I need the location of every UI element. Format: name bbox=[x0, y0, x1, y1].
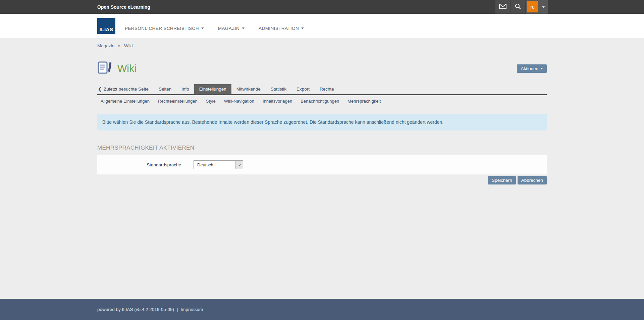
caret-down-icon bbox=[301, 28, 304, 29]
caret-down-icon bbox=[201, 28, 204, 29]
caret-down-icon bbox=[242, 28, 245, 29]
multilingualism-form: Standardsprache Deutsch bbox=[97, 155, 547, 174]
ilias-logo[interactable]: ILIAS bbox=[97, 18, 115, 34]
standard-language-select[interactable]: Deutsch bbox=[194, 160, 243, 169]
tab-rechte[interactable]: Rechte bbox=[315, 84, 339, 94]
subtab-benachrichtigungen[interactable]: Benachrichtigungen bbox=[301, 99, 339, 104]
actions-button-label: Aktionen bbox=[521, 66, 538, 71]
form-actions: Speichern Abbrechen bbox=[97, 176, 547, 184]
breadcrumb-wiki[interactable]: Wiki bbox=[124, 43, 133, 48]
caret-down-icon bbox=[540, 68, 543, 69]
nav-item-label: ADMINISTRATION bbox=[259, 26, 299, 31]
tab-last-visited-page[interactable]: ❮Zuletzt besuchte Seite bbox=[97, 84, 154, 94]
info-message: Bitte wählen Sie die Standardsprache aus… bbox=[97, 114, 547, 130]
topbar-actions: ru bbox=[495, 0, 548, 14]
section-heading: MEHRSPRACHIGKEIT AKTIVIEREN bbox=[97, 145, 547, 151]
footer-impressum-link[interactable]: Impressum bbox=[180, 307, 203, 312]
mail-icon bbox=[499, 4, 506, 10]
avatar: ru bbox=[527, 1, 538, 12]
title-row: Wiki Aktionen bbox=[97, 60, 547, 76]
tab-mitwirkende[interactable]: Mitwirkende bbox=[231, 84, 266, 94]
user-menu-button[interactable]: ru bbox=[526, 0, 548, 14]
cancel-button[interactable]: Abbrechen bbox=[518, 176, 547, 184]
subtab-allgemeine-einstellungen[interactable]: Allgemeine Einstellungen bbox=[101, 99, 150, 104]
subtab-bar: Allgemeine Einstellungen Rechteeinstellu… bbox=[97, 95, 547, 107]
standard-language-label: Standardsprache bbox=[97, 162, 181, 167]
breadcrumb: Magazin » Wiki bbox=[97, 38, 547, 48]
subtab-inhaltsvorlagen[interactable]: Inhaltsvorlagen bbox=[263, 99, 292, 104]
nav-item-label: PERSÖNLICHER SCHREIBTISCH bbox=[125, 26, 199, 31]
subtab-rechteeinstellungen[interactable]: Rechteeinstellungen bbox=[158, 99, 198, 104]
footer: powered by ILIAS (v5.4.2 2019-05-09) | I… bbox=[0, 299, 644, 320]
select-arrow-button[interactable] bbox=[235, 161, 243, 169]
app-title: Open Source eLearning bbox=[97, 4, 150, 10]
mail-button[interactable] bbox=[495, 0, 510, 14]
nav-item-administration[interactable]: ADMINISTRATION bbox=[259, 26, 304, 31]
subtab-mehrsprachigkeit[interactable]: Mehrsprachigkeit bbox=[347, 99, 381, 104]
tab-label: Zuletzt besuchte Seite bbox=[104, 87, 149, 92]
caret-down-icon bbox=[542, 4, 545, 10]
chevron-down-icon bbox=[237, 163, 241, 166]
tab-einstellungen[interactable]: Einstellungen bbox=[194, 84, 231, 94]
nav-item-personal-desktop[interactable]: PERSÖNLICHER SCHREIBTISCH bbox=[125, 26, 204, 31]
tab-export[interactable]: Export bbox=[291, 84, 315, 94]
page-title: Wiki bbox=[117, 63, 137, 74]
main-nav: PERSÖNLICHER SCHREIBTISCH MAGAZIN ADMINI… bbox=[125, 26, 318, 31]
footer-separator: | bbox=[177, 307, 178, 312]
breadcrumb-separator: » bbox=[118, 43, 121, 48]
tab-seiten[interactable]: Seiten bbox=[154, 84, 176, 94]
actions-button[interactable]: Aktionen bbox=[517, 64, 547, 73]
tab-info[interactable]: Info bbox=[176, 84, 194, 94]
nav-item-repository[interactable]: MAGAZIN bbox=[218, 26, 245, 31]
select-value: Deutsch bbox=[194, 161, 235, 169]
content-area: Magazin » Wiki bbox=[0, 38, 644, 299]
nav-item-label: MAGAZIN bbox=[218, 26, 239, 31]
top-bar: Open Source eLearning bbox=[0, 0, 644, 14]
search-button[interactable] bbox=[511, 0, 525, 14]
subtab-style[interactable]: Style bbox=[206, 99, 216, 104]
search-icon bbox=[515, 3, 521, 11]
main-header: ILIAS PERSÖNLICHER SCHREIBTISCH MAGAZIN … bbox=[0, 14, 644, 38]
tab-bar: ❮Zuletzt besuchte Seite Seiten Info Eins… bbox=[97, 84, 547, 95]
chevron-left-icon: ❮ bbox=[98, 87, 102, 92]
subtab-wiki-navigation[interactable]: Wiki-Navigation bbox=[224, 99, 254, 104]
save-button[interactable]: Speichern bbox=[488, 176, 516, 184]
footer-powered-by: powered by ILIAS (v5.4.2 2019-05-09) bbox=[97, 307, 174, 312]
wiki-icon bbox=[97, 60, 112, 76]
tab-statistik[interactable]: Statistik bbox=[266, 84, 291, 94]
breadcrumb-magazin[interactable]: Magazin bbox=[97, 43, 114, 48]
